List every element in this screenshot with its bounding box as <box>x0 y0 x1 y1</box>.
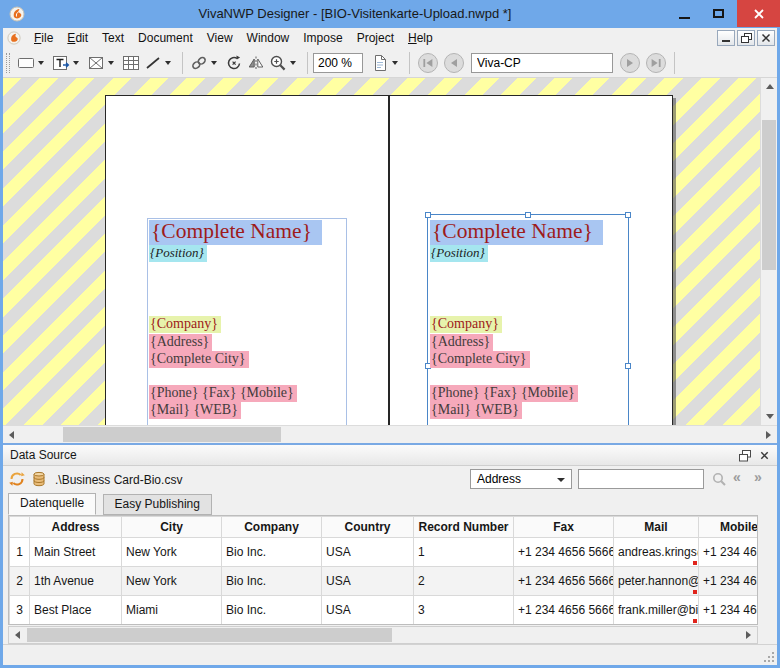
menu-edit[interactable]: Edit <box>60 28 95 48</box>
vertical-scroll-thumb[interactable] <box>762 120 776 270</box>
header-fax[interactable]: Fax <box>514 517 614 538</box>
data-source-settings-button[interactable] <box>31 471 47 491</box>
cell-country[interactable]: USA <box>322 538 414 567</box>
table-row[interactable]: 1 Main Street New York Bio Inc. USA 1 +1… <box>10 538 759 567</box>
cell-country[interactable]: USA <box>322 596 414 625</box>
tab-easy-publishing[interactable]: Easy Publishing <box>103 494 212 515</box>
menu-file[interactable]: File <box>27 28 60 48</box>
minimize-button[interactable] <box>670 0 698 27</box>
header-country[interactable]: Country <box>322 517 414 538</box>
cell-company[interactable]: Bio Inc. <box>222 567 322 596</box>
previous-record-button[interactable] <box>443 52 465 74</box>
cell-mail[interactable]: andreas.krings@bi <box>614 538 699 567</box>
cell-address[interactable]: Main Street <box>30 538 122 567</box>
tab-datenquelle[interactable]: Datenquelle <box>8 493 96 515</box>
cell-rownum[interactable]: 2 <box>10 567 30 596</box>
next-record-button[interactable] <box>619 52 641 74</box>
table-scroll-left-button[interactable] <box>9 627 26 643</box>
horizontal-scroll-thumb[interactable] <box>63 427 281 442</box>
cell-address[interactable]: 1th Avenue <box>30 567 122 596</box>
page-preview-button[interactable] <box>369 51 391 75</box>
table-scroll-thumb[interactable] <box>27 628 392 642</box>
last-record-button[interactable] <box>645 52 667 74</box>
scroll-up-button[interactable] <box>761 78 778 95</box>
image-tool-dropdown[interactable] <box>108 61 114 65</box>
table-row[interactable]: 3 Best Place Miami Bio Inc. USA 3 +1 234… <box>10 596 759 625</box>
text-frame-tool-button[interactable] <box>50 51 72 75</box>
cell-mobile[interactable]: +1 234 4656 56 <box>699 567 759 596</box>
mdi-close-button[interactable] <box>757 30 775 46</box>
menu-impose[interactable]: Impose <box>296 28 349 48</box>
page-preview-dropdown[interactable] <box>392 61 398 65</box>
scroll-left-button[interactable] <box>3 426 20 443</box>
field-complete-name[interactable]: {Complete Name} <box>430 220 603 245</box>
field-complete-name[interactable]: {Complete Name} <box>149 220 322 245</box>
menu-help[interactable]: Help <box>401 28 440 48</box>
table-row[interactable]: 2 1th Avenue New York Bio Inc. USA 2 +1 … <box>10 567 759 596</box>
cell-city[interactable]: Miami <box>122 596 222 625</box>
line-tool-button[interactable] <box>142 51 164 75</box>
close-button[interactable] <box>737 0 780 27</box>
panel-close-button[interactable] <box>756 448 772 463</box>
field-address[interactable]: {Address} <box>149 334 212 351</box>
mdi-restore-button[interactable] <box>737 30 755 46</box>
cell-mail[interactable]: frank.miller@bio.c <box>614 596 699 625</box>
search-field-select[interactable]: Address <box>470 469 572 489</box>
panel-float-button[interactable] <box>737 448 753 463</box>
zoom-tool-button[interactable] <box>267 51 289 75</box>
zoom-tool-dropdown[interactable] <box>290 61 296 65</box>
cell-company[interactable]: Bio Inc. <box>222 538 322 567</box>
field-address[interactable]: {Address} <box>430 334 493 351</box>
toolbar-drag-handle[interactable] <box>6 53 10 73</box>
record-filter-input[interactable] <box>578 469 704 489</box>
link-frames-button[interactable] <box>188 51 210 75</box>
resize-grip-icon[interactable] <box>763 651 775 663</box>
rotate-page-button[interactable] <box>223 51 245 75</box>
field-position[interactable]: {Position} <box>149 245 207 262</box>
first-record-button[interactable] <box>417 52 439 74</box>
canvas-horizontal-scrollbar[interactable] <box>3 425 777 443</box>
menu-text[interactable]: Text <box>95 28 131 48</box>
cell-rownum[interactable]: 1 <box>10 538 30 567</box>
rectangle-frame-tool-button[interactable] <box>15 51 37 75</box>
header-city[interactable]: City <box>122 517 222 538</box>
record-search-input[interactable] <box>471 53 613 73</box>
cell-address[interactable]: Best Place <box>30 596 122 625</box>
selection-handle-top-left[interactable] <box>425 212 431 218</box>
cell-fax[interactable]: +1 234 4656 5666 <box>514 538 614 567</box>
table-tool-button[interactable] <box>120 51 142 75</box>
data-source-panel-header[interactable]: Data Source <box>3 445 777 466</box>
field-mail-web[interactable]: {Mail} {WEB} <box>149 402 241 419</box>
reload-data-button[interactable] <box>9 471 25 491</box>
menu-window[interactable]: Window <box>240 28 297 48</box>
scroll-right-button[interactable] <box>760 426 777 443</box>
field-mail-web[interactable]: {Mail} {WEB} <box>430 402 522 419</box>
cell-city[interactable]: New York <box>122 567 222 596</box>
cell-mobile[interactable]: +1 234 4656 56 <box>699 596 759 625</box>
link-tool-dropdown[interactable] <box>211 61 217 65</box>
table-horizontal-scrollbar[interactable] <box>8 626 758 644</box>
field-company[interactable]: {Company} <box>149 316 221 333</box>
menu-view[interactable]: View <box>200 28 240 48</box>
rectangle-tool-dropdown[interactable] <box>38 61 44 65</box>
cell-city[interactable]: New York <box>122 538 222 567</box>
mdi-minimize-button[interactable] <box>717 30 735 46</box>
cell-record-number[interactable]: 1 <box>414 538 514 567</box>
header-mobile[interactable]: Mobile <box>699 517 759 538</box>
maximize-button[interactable] <box>702 0 734 27</box>
cell-mail[interactable]: peter.hannon@bio <box>614 567 699 596</box>
header-address[interactable]: Address <box>30 517 122 538</box>
menu-project[interactable]: Project <box>350 28 401 48</box>
cell-country[interactable]: USA <box>322 567 414 596</box>
field-complete-city[interactable]: {Complete City} <box>430 351 530 368</box>
image-frame-tool-button[interactable] <box>85 51 107 75</box>
cell-company[interactable]: Bio Inc. <box>222 596 322 625</box>
selection-handle-top-center[interactable] <box>525 212 531 218</box>
header-rownum[interactable] <box>10 517 30 538</box>
selection-handle-middle-right[interactable] <box>625 363 631 369</box>
cell-record-number[interactable]: 3 <box>414 596 514 625</box>
text-tool-dropdown[interactable] <box>73 61 79 65</box>
zoom-level-input[interactable] <box>313 53 363 73</box>
header-mail[interactable]: Mail <box>614 517 699 538</box>
header-record-number[interactable]: Record Number <box>414 517 514 538</box>
